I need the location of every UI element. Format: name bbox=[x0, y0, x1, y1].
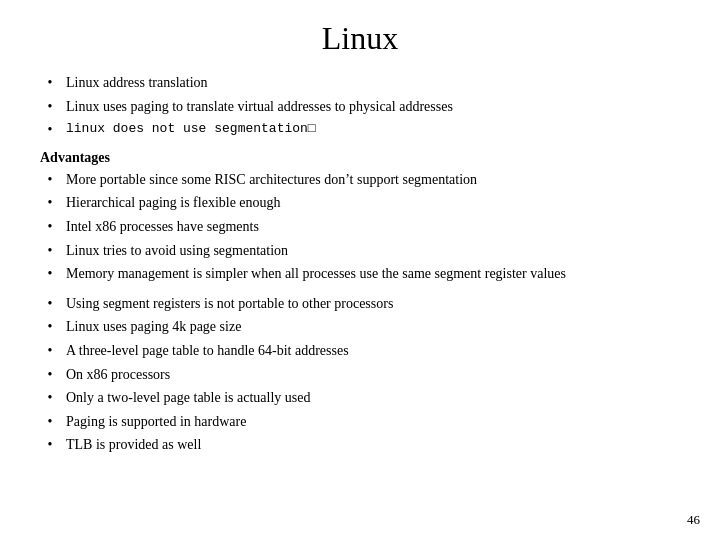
extra-text-2: Linux uses paging 4k page size bbox=[66, 317, 241, 337]
bullet-icon: • bbox=[40, 412, 60, 432]
bullet-icon: • bbox=[40, 317, 60, 337]
bullet-icon: • bbox=[40, 365, 60, 385]
extra-text-3: A three-level page table to handle 64-bi… bbox=[66, 341, 349, 361]
bullet-icon: • bbox=[40, 264, 60, 284]
bullet-icon: • bbox=[40, 388, 60, 408]
advantage-item-4: • Linux tries to avoid using segmentatio… bbox=[40, 241, 680, 261]
extra-item-1: • Using segment registers is not portabl… bbox=[40, 294, 680, 314]
intro-text-3: linux does not use segmentation□ bbox=[66, 120, 316, 138]
advantage-text-4: Linux tries to avoid using segmentation bbox=[66, 241, 288, 261]
bullet-icon: • bbox=[40, 73, 60, 93]
advantage-text-5: Memory management is simpler when all pr… bbox=[66, 264, 566, 284]
slide-page: Linux • Linux address translation • Linu… bbox=[0, 0, 720, 540]
extra-text-6: Paging is supported in hardware bbox=[66, 412, 246, 432]
intro-text-1: Linux address translation bbox=[66, 73, 208, 93]
intro-item-1: • Linux address translation bbox=[40, 73, 680, 93]
bullet-icon: • bbox=[40, 120, 60, 140]
intro-list: • Linux address translation • Linux uses… bbox=[40, 73, 680, 140]
advantage-item-3: • Intel x86 processes have segments bbox=[40, 217, 680, 237]
extra-item-3: • A three-level page table to handle 64-… bbox=[40, 341, 680, 361]
intro-item-3: • linux does not use segmentation□ bbox=[40, 120, 680, 140]
advantages-heading: Advantages bbox=[40, 150, 680, 166]
extra-item-6: • Paging is supported in hardware bbox=[40, 412, 680, 432]
extra-text-7: TLB is provided as well bbox=[66, 435, 201, 455]
bullet-icon: • bbox=[40, 170, 60, 190]
extra-item-4: • On x86 processors bbox=[40, 365, 680, 385]
bullet-icon: • bbox=[40, 294, 60, 314]
extra-text-5: Only a two-level page table is actually … bbox=[66, 388, 311, 408]
extra-item-7: • TLB is provided as well bbox=[40, 435, 680, 455]
extra-list: • Using segment registers is not portabl… bbox=[40, 294, 680, 455]
intro-text-2: Linux uses paging to translate virtual a… bbox=[66, 97, 453, 117]
extra-item-2: • Linux uses paging 4k page size bbox=[40, 317, 680, 337]
bullet-icon: • bbox=[40, 97, 60, 117]
advantages-list: • More portable since some RISC architec… bbox=[40, 170, 680, 284]
extra-text-1: Using segment registers is not portable … bbox=[66, 294, 393, 314]
bullet-icon: • bbox=[40, 241, 60, 261]
advantage-item-2: • Hierarchical paging is flexible enough bbox=[40, 193, 680, 213]
extra-text-4: On x86 processors bbox=[66, 365, 170, 385]
advantage-text-1: More portable since some RISC architectu… bbox=[66, 170, 477, 190]
slide-title: Linux bbox=[40, 20, 680, 57]
page-number: 46 bbox=[687, 512, 700, 528]
advantage-item-1: • More portable since some RISC architec… bbox=[40, 170, 680, 190]
advantage-text-3: Intel x86 processes have segments bbox=[66, 217, 259, 237]
bullet-icon: • bbox=[40, 193, 60, 213]
bullet-icon: • bbox=[40, 341, 60, 361]
extra-item-5: • Only a two-level page table is actuall… bbox=[40, 388, 680, 408]
bullet-icon: • bbox=[40, 435, 60, 455]
intro-item-2: • Linux uses paging to translate virtual… bbox=[40, 97, 680, 117]
bullet-icon: • bbox=[40, 217, 60, 237]
advantage-item-5: • Memory management is simpler when all … bbox=[40, 264, 680, 284]
advantage-text-2: Hierarchical paging is flexible enough bbox=[66, 193, 281, 213]
